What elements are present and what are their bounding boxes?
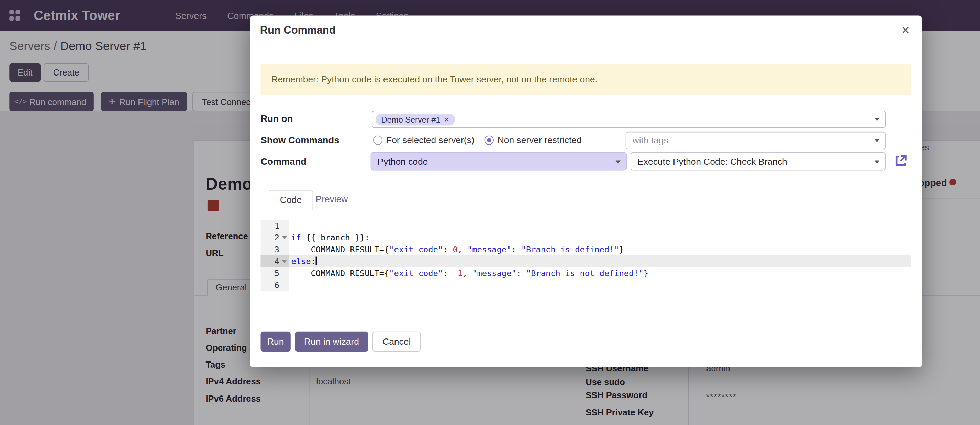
label-command: Command bbox=[261, 156, 306, 167]
close-icon[interactable]: ✕ bbox=[897, 22, 914, 38]
editor-gutter: 123456 bbox=[261, 220, 289, 291]
command-type-select[interactable]: Python code bbox=[371, 152, 627, 171]
radio-non-restricted-label[interactable]: Non server restricted bbox=[498, 135, 582, 145]
code-line[interactable] bbox=[289, 279, 911, 291]
editor-lines[interactable]: if {{ branch }}: COMMAND_RESULT={"exit_c… bbox=[289, 220, 911, 291]
chevron-down-icon[interactable] bbox=[875, 140, 880, 143]
indent-guide bbox=[331, 279, 331, 291]
warning-banner: Remember: Python code is executed on the… bbox=[261, 64, 911, 95]
label-show-commands: Show Commands bbox=[261, 135, 339, 146]
code-line[interactable]: else: bbox=[289, 255, 911, 267]
gutter-line-number[interactable]: 3 bbox=[261, 243, 289, 255]
radio-selected-servers-label[interactable]: For selected server(s) bbox=[386, 135, 474, 145]
command-value: Execute Python Code: Check Branch bbox=[637, 157, 787, 167]
command-select[interactable]: Execute Python Code: Check Branch bbox=[630, 152, 886, 171]
modal-tabs: Code Preview bbox=[261, 190, 911, 211]
radio-selected-servers[interactable] bbox=[373, 136, 382, 145]
fold-arrow-icon[interactable] bbox=[282, 236, 287, 239]
gutter-line-number[interactable]: 5 bbox=[261, 267, 289, 279]
server-tag-label: Demo Server #1 bbox=[382, 115, 441, 124]
warning-text: Remember: Python code is executed on the… bbox=[271, 74, 598, 84]
with-tags-placeholder: with tags bbox=[633, 136, 668, 146]
gutter-line-number[interactable]: 6 bbox=[261, 279, 289, 291]
fold-arrow-icon[interactable] bbox=[282, 260, 287, 263]
gutter-line-number[interactable]: 4 bbox=[261, 255, 289, 267]
code-line[interactable] bbox=[289, 220, 911, 232]
label-run-on: Run on bbox=[261, 113, 293, 124]
radio-non-restricted[interactable] bbox=[485, 136, 494, 145]
external-link-icon[interactable] bbox=[895, 154, 907, 167]
indent-guide bbox=[311, 279, 311, 291]
code-line[interactable]: if {{ branch }}: bbox=[289, 232, 911, 244]
app-root: Cetmix Tower Servers Commands Files Tool… bbox=[0, 0, 980, 425]
run-command-modal: Run Command ✕ Remember: Python code is e… bbox=[250, 16, 922, 367]
code-editor[interactable]: 123456 if {{ branch }}: COMMAND_RESULT={… bbox=[261, 220, 911, 291]
code-line[interactable]: COMMAND_RESULT={"exit_code": -1, "messag… bbox=[289, 267, 911, 279]
chevron-down-icon[interactable] bbox=[616, 160, 621, 163]
run-on-field[interactable]: Demo Server #1 ✕ bbox=[372, 111, 886, 128]
text-cursor bbox=[316, 257, 317, 265]
run-in-wizard-button[interactable]: Run in wizard bbox=[295, 331, 368, 352]
modal-title: Run Command bbox=[260, 24, 336, 37]
tag-remove-icon[interactable]: ✕ bbox=[444, 116, 449, 122]
tab-preview[interactable]: Preview bbox=[305, 190, 359, 211]
chevron-down-icon[interactable] bbox=[875, 118, 880, 121]
gutter-line-number[interactable]: 2 bbox=[261, 232, 289, 244]
code-line[interactable]: COMMAND_RESULT={"exit_code": 0, "message… bbox=[289, 243, 911, 255]
command-type-value: Python code bbox=[378, 157, 428, 167]
server-tag[interactable]: Demo Server #1 ✕ bbox=[375, 113, 455, 125]
with-tags-select[interactable]: with tags bbox=[626, 132, 886, 149]
cancel-button[interactable]: Cancel bbox=[372, 331, 421, 352]
gutter-line-number[interactable]: 1 bbox=[261, 220, 289, 232]
chevron-down-icon[interactable] bbox=[875, 160, 880, 163]
run-button[interactable]: Run bbox=[261, 331, 290, 352]
